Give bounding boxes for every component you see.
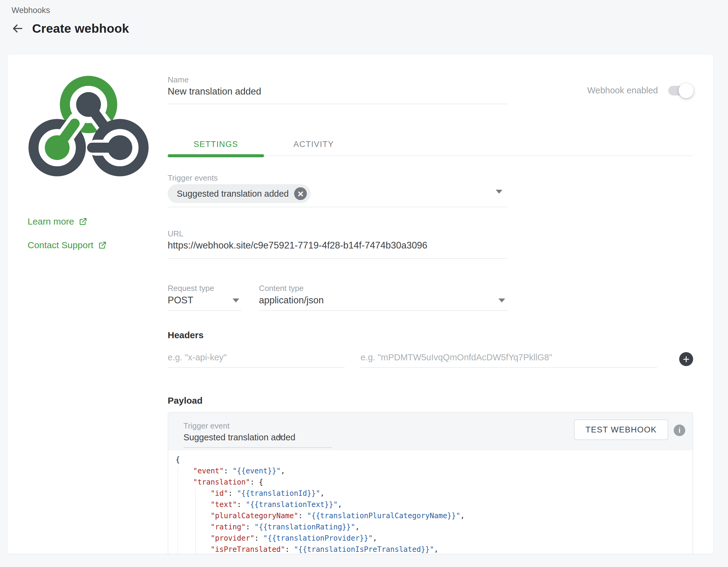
code-line: "pluralCategoryName": "{{translationPlur…: [176, 510, 693, 522]
content-type-value: application/json: [259, 293, 508, 307]
info-icon[interactable]: i: [674, 424, 685, 436]
trigger-events-field[interactable]: Trigger events Suggested translation add…: [168, 173, 507, 207]
code-line: "event": "{{event}}",: [176, 465, 693, 477]
code-line: "provider": "{{translationProvider}}",: [176, 533, 693, 544]
chip-remove-icon[interactable]: ×: [294, 187, 307, 200]
type-row: Request type POST Content type applicati…: [168, 283, 693, 311]
code-line: "isPreTranslated": "{{translationIsPreTr…: [176, 544, 693, 554]
tab-activity[interactable]: ACTIVITY: [265, 134, 362, 154]
webhook-enabled-label: Webhook enabled: [587, 86, 658, 96]
card-left-column: Learn more Contact Support: [28, 75, 149, 554]
indent-guide: [178, 466, 178, 554]
external-link-icon: [98, 241, 107, 250]
chevron-down-icon[interactable]: [277, 435, 283, 439]
webhook-logo: [28, 75, 149, 178]
webhook-enabled-row: Webhook enabled: [587, 86, 692, 96]
code-line: {: [176, 454, 693, 465]
contact-support-label: Contact Support: [28, 240, 93, 250]
title-row: Create webhook: [11, 20, 728, 37]
name-field[interactable]: Name New translation added: [168, 75, 507, 104]
back-button[interactable]: [11, 22, 24, 35]
contact-support-link[interactable]: Contact Support: [28, 240, 149, 250]
header-value-input[interactable]: [361, 352, 657, 368]
external-link-icon: [79, 217, 87, 226]
headers-heading: Headers: [168, 330, 693, 340]
tab-settings[interactable]: SETTINGS: [168, 134, 264, 154]
trigger-event-chip[interactable]: Suggested translation added ×: [168, 184, 310, 203]
chevron-down-icon[interactable]: [496, 190, 502, 194]
learn-more-label: Learn more: [28, 217, 74, 227]
url-label: URL: [168, 229, 507, 239]
learn-more-link[interactable]: Learn more: [28, 217, 149, 227]
payload-trigger-event-select[interactable]: Trigger event Suggested translation adde…: [183, 421, 332, 448]
plus-icon: +: [683, 352, 689, 366]
header-key-input[interactable]: [168, 352, 345, 368]
chip-label: Suggested translation added: [177, 189, 289, 199]
payload-panel: Trigger event Suggested translation adde…: [168, 412, 693, 554]
test-webhook-button[interactable]: TEST WEBHOOK: [574, 419, 668, 440]
payload-heading: Payload: [168, 395, 693, 406]
request-type-value: POST: [168, 293, 242, 307]
request-type-select[interactable]: Request type POST: [168, 283, 242, 311]
payload-panel-header: Trigger event Suggested translation adde…: [168, 413, 693, 450]
back-arrow-icon: [11, 22, 24, 35]
indent-guide: [195, 488, 196, 554]
code-line: "translation": {: [176, 477, 693, 488]
trigger-events-chips: Suggested translation added ×: [168, 184, 507, 203]
tabs-bar: SETTINGS ACTIVITY: [168, 134, 693, 156]
page-title: Create webhook: [32, 22, 129, 36]
payload-trigger-event-value: Suggested translation added: [183, 431, 332, 444]
url-field[interactable]: URL https://webhook.site/c9e75921-7719-4…: [168, 229, 507, 259]
request-type-label: Request type: [168, 283, 242, 293]
code-line: "id": "{{translationId}}",: [176, 488, 693, 499]
code-line: "rating": "{{translationRating}}",: [176, 522, 693, 533]
content-type-select[interactable]: Content type application/json: [259, 283, 508, 311]
toggle-thumb: [679, 83, 694, 98]
webhook-card: Learn more Contact Support Name New tran…: [8, 55, 713, 554]
add-header-button[interactable]: +: [679, 352, 693, 366]
chevron-down-icon[interactable]: [498, 298, 505, 302]
webhook-enabled-toggle[interactable]: [668, 86, 692, 96]
payload-code-editor[interactable]: { "event": "{{event}}", "translation": {…: [168, 450, 693, 554]
headers-row: +: [168, 352, 693, 368]
active-tab-indicator: [168, 154, 264, 157]
url-value[interactable]: https://webhook.site/c9e75921-7719-4f28-…: [168, 239, 507, 252]
create-webhook-page: Webhooks Create webhook: [0, 0, 728, 567]
chevron-down-icon[interactable]: [233, 298, 239, 302]
card-form-column: Name New translation added Webhook enabl…: [168, 75, 693, 554]
name-value[interactable]: New translation added: [168, 85, 507, 98]
name-label: Name: [168, 75, 507, 85]
trigger-events-label: Trigger events: [168, 173, 507, 183]
breadcrumb[interactable]: Webhooks: [0, 0, 728, 16]
code-line: "text": "{{translationText}}",: [176, 499, 693, 510]
content-type-label: Content type: [259, 283, 508, 293]
payload-trigger-event-label: Trigger event: [183, 421, 332, 431]
